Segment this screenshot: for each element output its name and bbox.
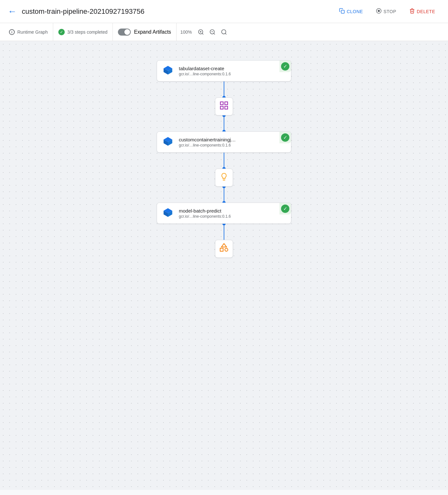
zoom-controls: 100% bbox=[177, 23, 233, 41]
connector-line-3 bbox=[224, 153, 224, 169]
connector-1 bbox=[224, 81, 224, 97]
pipeline-node-3[interactable]: model-batch-predict gcr.io/…line-compone… bbox=[157, 203, 291, 224]
stop-label: STOP bbox=[384, 9, 396, 14]
connector-line-4 bbox=[224, 187, 224, 203]
runtime-graph-tab[interactable]: i Runtime Graph bbox=[6, 23, 53, 41]
clone-button[interactable]: CLONE bbox=[334, 5, 368, 18]
delete-icon bbox=[409, 8, 415, 15]
pipeline-node-2[interactable]: customcontainertrainingj… gcr.io/…line-c… bbox=[157, 131, 291, 153]
node-2-title: customcontainertrainingj… bbox=[179, 137, 274, 142]
node-1-subtitle: gcr.io/…line-components:0.1.6 bbox=[179, 72, 274, 76]
node-3-icon bbox=[162, 207, 175, 220]
grid-icon bbox=[219, 101, 229, 113]
connector-2 bbox=[224, 115, 224, 131]
node-2-check-icon: ✓ bbox=[281, 133, 289, 142]
zoom-in-button[interactable] bbox=[196, 27, 206, 37]
zoom-reset-button[interactable] bbox=[219, 27, 229, 37]
pipeline-node-1[interactable]: tabulardataset-create gcr.io/…line-compo… bbox=[157, 60, 291, 81]
delete-label: DELETE bbox=[417, 9, 435, 14]
back-button[interactable]: ← bbox=[8, 6, 17, 17]
node-3-check-icon: ✓ bbox=[281, 205, 289, 213]
connector-5 bbox=[224, 224, 224, 240]
clone-icon bbox=[339, 8, 345, 15]
connector-line-1 bbox=[224, 81, 224, 97]
node-3-subtitle: gcr.io/…line-components:0.1.6 bbox=[179, 214, 274, 219]
steps-check-icon: ✓ bbox=[58, 29, 65, 35]
svg-line-4 bbox=[202, 33, 203, 34]
bulb-icon bbox=[220, 172, 228, 183]
connector-3 bbox=[224, 153, 224, 169]
expand-artifacts-toggle[interactable]: Expand Artifacts bbox=[113, 23, 177, 41]
info-icon: i bbox=[9, 29, 15, 35]
header-actions: CLONE STOP DELETE bbox=[334, 5, 440, 18]
clone-label: CLONE bbox=[347, 9, 363, 14]
artifact-node-2[interactable] bbox=[215, 169, 233, 187]
expand-artifacts-label: Expand Artifacts bbox=[134, 29, 171, 35]
node-1-content: tabulardataset-create gcr.io/…line-compo… bbox=[179, 66, 274, 76]
page-title: custom-train-pipeline-20210927193756 bbox=[22, 7, 329, 16]
node-3-content: model-batch-predict gcr.io/…line-compone… bbox=[179, 208, 274, 219]
svg-rect-15 bbox=[225, 106, 228, 109]
svg-line-8 bbox=[214, 33, 215, 34]
node-2-icon bbox=[162, 136, 175, 148]
svg-rect-13 bbox=[225, 102, 228, 105]
artifact-node-1[interactable] bbox=[215, 97, 233, 115]
shapes-icon bbox=[219, 243, 229, 255]
node-2-status: ✓ bbox=[279, 132, 291, 143]
stop-button[interactable]: STOP bbox=[371, 5, 402, 18]
connector-line-2 bbox=[224, 115, 224, 131]
node-2-subtitle: gcr.io/…line-components:0.1.6 bbox=[179, 143, 274, 147]
connector-line-5 bbox=[224, 224, 224, 240]
node-1-check-icon: ✓ bbox=[281, 62, 289, 71]
header: ← custom-train-pipeline-20210927193756 C… bbox=[0, 0, 448, 23]
delete-button[interactable]: DELETE bbox=[404, 5, 440, 18]
svg-rect-12 bbox=[220, 102, 223, 105]
pipeline: tabulardataset-create gcr.io/…line-compo… bbox=[157, 60, 291, 277]
connector-4 bbox=[224, 187, 224, 203]
zoom-level: 100% bbox=[180, 29, 192, 35]
svg-rect-14 bbox=[220, 106, 223, 109]
svg-rect-0 bbox=[341, 10, 344, 13]
runtime-graph-label: Runtime Graph bbox=[17, 29, 48, 35]
svg-rect-18 bbox=[220, 248, 223, 251]
svg-marker-17 bbox=[221, 244, 227, 247]
node-3-status: ✓ bbox=[279, 203, 291, 214]
steps-completed-item: ✓ 3/3 steps completed bbox=[53, 23, 113, 41]
steps-completed-label: 3/3 steps completed bbox=[67, 29, 107, 35]
pipeline-canvas: tabulardataset-create gcr.io/…line-compo… bbox=[0, 41, 448, 490]
node-1-title: tabulardataset-create bbox=[179, 66, 274, 71]
toolbar: i Runtime Graph ✓ 3/3 steps completed Ex… bbox=[0, 23, 448, 41]
toggle-switch[interactable] bbox=[118, 29, 131, 36]
node-1-icon bbox=[162, 64, 175, 77]
svg-rect-2 bbox=[378, 10, 379, 12]
svg-point-19 bbox=[225, 248, 228, 251]
node-1-status: ✓ bbox=[279, 61, 291, 72]
node-2-content: customcontainertrainingj… gcr.io/…line-c… bbox=[179, 137, 274, 147]
stop-icon bbox=[376, 8, 382, 15]
node-3-title: model-batch-predict bbox=[179, 208, 274, 214]
artifact-node-3[interactable] bbox=[215, 240, 233, 258]
zoom-out-button[interactable] bbox=[207, 27, 218, 37]
svg-line-11 bbox=[225, 33, 227, 34]
svg-point-10 bbox=[221, 29, 226, 34]
